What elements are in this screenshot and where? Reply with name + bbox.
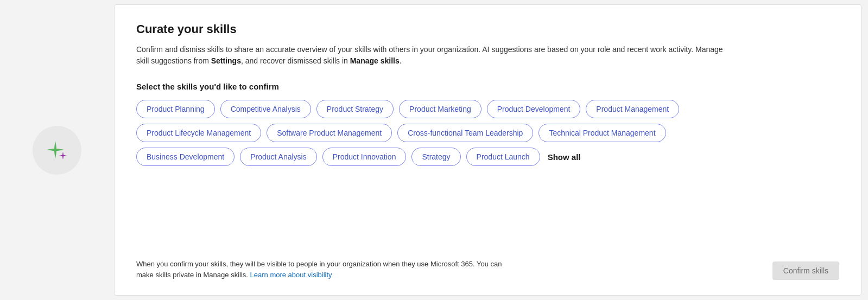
page-container: Curate your skills Confirm and dismiss s… xyxy=(0,0,868,300)
skill-pill[interactable]: Product Management xyxy=(586,100,679,118)
skill-pill[interactable]: Product Analysis xyxy=(240,148,317,166)
footer-learn-more-link[interactable]: Learn more about visibility xyxy=(250,271,332,279)
desc-end: . xyxy=(400,56,402,65)
skill-pill[interactable]: Software Product Management xyxy=(267,124,392,142)
skill-pill[interactable]: Product Development xyxy=(487,100,581,118)
desc-manage: Manage skills xyxy=(350,56,400,65)
sidebar xyxy=(0,0,114,300)
skills-row-3: Business DevelopmentProduct AnalysisProd… xyxy=(136,148,839,166)
skills-row-2: Product Lifecycle ManagementSoftware Pro… xyxy=(136,124,839,142)
footer-text: When you confirm your skills, they will … xyxy=(136,259,516,280)
skill-pill[interactable]: Product Lifecycle Management xyxy=(136,124,261,142)
footer-area: When you confirm your skills, they will … xyxy=(136,259,839,280)
skill-pill[interactable]: Product Launch xyxy=(466,148,540,166)
skill-pill[interactable]: Competitive Analysis xyxy=(220,100,311,118)
skill-pill[interactable]: Product Marketing xyxy=(399,100,481,118)
skill-pill[interactable]: Product Strategy xyxy=(316,100,394,118)
confirm-skills-button[interactable]: Confirm skills xyxy=(772,261,839,280)
skill-pill[interactable]: Strategy xyxy=(411,148,460,166)
main-content: Curate your skills Confirm and dismiss s… xyxy=(114,4,861,296)
show-all-link[interactable]: Show all xyxy=(548,152,581,162)
skill-pill[interactable]: Business Development xyxy=(136,148,235,166)
skill-pill[interactable]: Product Planning xyxy=(136,100,215,118)
skills-section: Select the skills you'd like to confirm … xyxy=(136,82,839,248)
page-title: Curate your skills xyxy=(136,22,839,36)
skill-pill[interactable]: Cross-functional Team Leadership xyxy=(397,124,533,142)
description-text: Confirm and dismiss skills to share an a… xyxy=(136,44,733,67)
section-title: Select the skills you'd like to confirm xyxy=(136,82,839,91)
ai-icon-container xyxy=(33,126,81,175)
ai-sparkle-icon xyxy=(43,137,71,164)
desc-part2: , and recover dismissed skills in xyxy=(241,56,350,65)
desc-settings: Settings xyxy=(211,56,241,65)
skills-row-1: Product PlanningCompetitive AnalysisProd… xyxy=(136,100,839,118)
skill-pill[interactable]: Product Innovation xyxy=(322,148,407,166)
skill-pill[interactable]: Technical Product Management xyxy=(538,124,666,142)
